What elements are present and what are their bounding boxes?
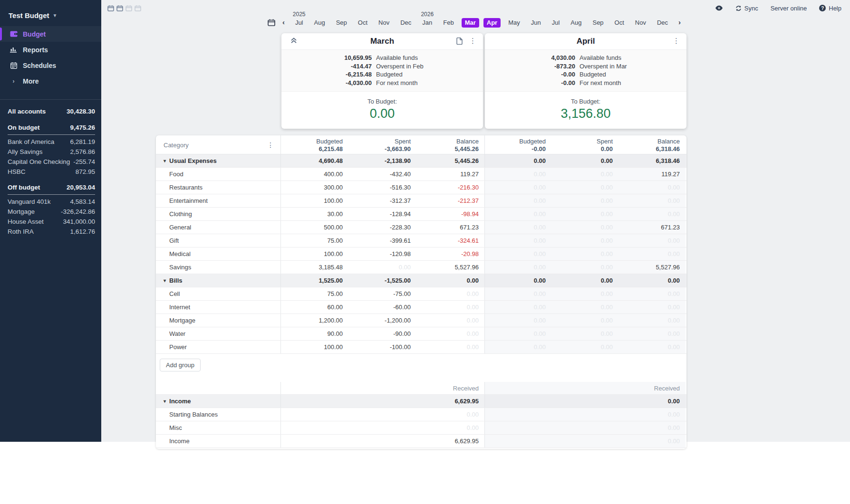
- category-name[interactable]: Mortgage: [156, 314, 280, 327]
- account-item[interactable]: Bank of America6,281.19: [8, 137, 95, 147]
- april-spent-cell[interactable]: 0.00: [551, 341, 618, 353]
- march-budgeted-cell[interactable]: 3,185.48: [280, 261, 348, 274]
- april-spent-cell[interactable]: 0.00: [551, 154, 618, 167]
- april-budgeted-cell[interactable]: 0.00: [484, 154, 551, 167]
- march-balance-cell[interactable]: -216.30: [416, 181, 484, 194]
- month-nav-item-dec[interactable]: Dec: [397, 10, 415, 28]
- march-budgeted-cell[interactable]: 1,525.00: [280, 274, 348, 287]
- notes-icon[interactable]: [456, 38, 463, 45]
- april-spent-cell[interactable]: 0.00: [551, 274, 618, 287]
- march-balance-cell[interactable]: 5,445.26: [416, 154, 484, 167]
- month-nav-item-oct[interactable]: Oct: [355, 10, 371, 28]
- month-nav-item-jan[interactable]: 2026Jan: [419, 10, 435, 28]
- category-name[interactable]: Food: [156, 168, 280, 181]
- april-spent-cell[interactable]: 0.00: [551, 168, 618, 181]
- march-spent-cell[interactable]: -2,138.90: [348, 154, 416, 167]
- march-balance-cell[interactable]: 5,527.96: [416, 261, 484, 274]
- to-budget-value[interactable]: 3,156.80: [485, 106, 686, 121]
- month-nav-item-mar[interactable]: Mar: [462, 10, 479, 28]
- april-budgeted-cell[interactable]: 0.00: [484, 181, 551, 194]
- march-budgeted-cell[interactable]: [280, 395, 348, 408]
- march-spent-cell[interactable]: -90.00: [348, 327, 416, 340]
- april-spent-cell[interactable]: [551, 421, 618, 434]
- march-balance-cell[interactable]: 671.23: [416, 221, 484, 234]
- month-nav-item-apr[interactable]: Apr: [483, 10, 501, 28]
- april-spent-cell[interactable]: 0.00: [551, 221, 618, 234]
- next-month-button[interactable]: ›: [676, 18, 684, 28]
- april-balance-cell[interactable]: 0.00: [618, 194, 686, 207]
- category-name[interactable]: Water: [156, 327, 280, 340]
- account-item[interactable]: Capital One Checking-255.74: [8, 157, 95, 167]
- march-balance-cell[interactable]: 0.00: [416, 327, 484, 340]
- account-item[interactable]: House Asset341,000.00: [8, 217, 95, 227]
- category-name[interactable]: Gift: [156, 234, 280, 247]
- prev-month-button[interactable]: ‹: [280, 18, 288, 28]
- march-budgeted-cell[interactable]: [280, 408, 348, 421]
- march-budgeted-cell[interactable]: 60.00: [280, 301, 348, 314]
- april-spent-cell[interactable]: 0.00: [551, 287, 618, 300]
- march-spent-cell[interactable]: [348, 421, 416, 434]
- add-group-button[interactable]: Add group: [160, 359, 201, 371]
- account-item[interactable]: Roth IRA1,612.76: [8, 227, 95, 237]
- march-budgeted-cell[interactable]: 100.00: [280, 194, 348, 207]
- april-budgeted-cell[interactable]: 0.00: [484, 287, 551, 300]
- april-budgeted-cell[interactable]: [484, 408, 551, 421]
- sidebar-item-schedules[interactable]: Schedules: [0, 57, 101, 73]
- march-spent-cell[interactable]: [348, 395, 416, 408]
- account-group-header[interactable]: Off budget20,953.04: [8, 182, 95, 195]
- april-spent-cell[interactable]: [551, 435, 618, 447]
- april-budgeted-cell[interactable]: 0.00: [484, 261, 551, 274]
- month-menu-icon[interactable]: ⋮: [673, 37, 680, 45]
- category-name[interactable]: Entertainment: [156, 194, 280, 207]
- april-balance-cell[interactable]: 0.00: [618, 395, 686, 408]
- april-budgeted-cell[interactable]: 0.00: [484, 301, 551, 314]
- april-spent-cell[interactable]: 0.00: [551, 314, 618, 327]
- march-budgeted-cell[interactable]: 75.00: [280, 234, 348, 247]
- collapse-group-icon[interactable]: ▾: [164, 278, 166, 283]
- april-spent-cell[interactable]: 0.00: [551, 181, 618, 194]
- april-budgeted-cell[interactable]: [484, 421, 551, 434]
- march-spent-cell[interactable]: -128.94: [348, 208, 416, 220]
- march-budgeted-cell[interactable]: 400.00: [280, 168, 348, 181]
- month-menu-icon[interactable]: ⋮: [469, 37, 476, 45]
- march-balance-cell[interactable]: 119.27: [416, 168, 484, 181]
- april-balance-cell[interactable]: 0.00: [618, 341, 686, 353]
- category-group-name[interactable]: ▾Usual Expenses: [156, 154, 280, 167]
- category-group-name[interactable]: ▾Bills: [156, 274, 280, 287]
- march-balance-cell[interactable]: 0.00: [416, 421, 484, 434]
- march-balance-cell[interactable]: 0.00: [416, 274, 484, 287]
- april-spent-cell[interactable]: 0.00: [551, 234, 618, 247]
- april-spent-cell[interactable]: 0.00: [551, 208, 618, 220]
- march-spent-cell[interactable]: -312.37: [348, 194, 416, 207]
- march-spent-cell[interactable]: -399.61: [348, 234, 416, 247]
- april-spent-cell[interactable]: 0.00: [551, 261, 618, 274]
- april-balance-cell[interactable]: 0.00: [618, 181, 686, 194]
- march-budgeted-cell[interactable]: 100.00: [280, 247, 348, 260]
- category-name[interactable]: Income: [156, 435, 280, 447]
- category-name[interactable]: Power: [156, 341, 280, 353]
- april-budgeted-cell[interactable]: 0.00: [484, 274, 551, 287]
- march-balance-cell[interactable]: -20.98: [416, 247, 484, 260]
- april-spent-cell[interactable]: [551, 408, 618, 421]
- march-spent-cell[interactable]: -60.00: [348, 301, 416, 314]
- march-spent-cell[interactable]: -120.98: [348, 247, 416, 260]
- april-budgeted-cell[interactable]: 0.00: [484, 221, 551, 234]
- category-name[interactable]: General: [156, 221, 280, 234]
- april-budgeted-cell[interactable]: 0.00: [484, 247, 551, 260]
- collapse-group-icon[interactable]: ▾: [164, 158, 166, 163]
- april-budgeted-cell[interactable]: 0.00: [484, 314, 551, 327]
- account-group-header[interactable]: On budget9,475.26: [8, 123, 95, 135]
- march-budgeted-cell[interactable]: 500.00: [280, 221, 348, 234]
- month-nav-item-may[interactable]: May: [505, 10, 523, 28]
- march-budgeted-cell[interactable]: 30.00: [280, 208, 348, 220]
- march-spent-cell[interactable]: 0.00: [348, 261, 416, 274]
- april-spent-cell[interactable]: 0.00: [551, 301, 618, 314]
- april-balance-cell[interactable]: 0.00: [618, 408, 686, 421]
- march-balance-cell[interactable]: 6,629.95: [416, 395, 484, 408]
- march-balance-cell[interactable]: 0.00: [416, 314, 484, 327]
- sidebar-item-budget[interactable]: Budget: [0, 26, 101, 42]
- april-budgeted-cell[interactable]: 0.00: [484, 341, 551, 353]
- april-balance-cell[interactable]: 0.00: [618, 208, 686, 220]
- sidebar-item-more[interactable]: › More: [0, 73, 101, 89]
- month-nav-item-aug[interactable]: Aug: [567, 10, 585, 28]
